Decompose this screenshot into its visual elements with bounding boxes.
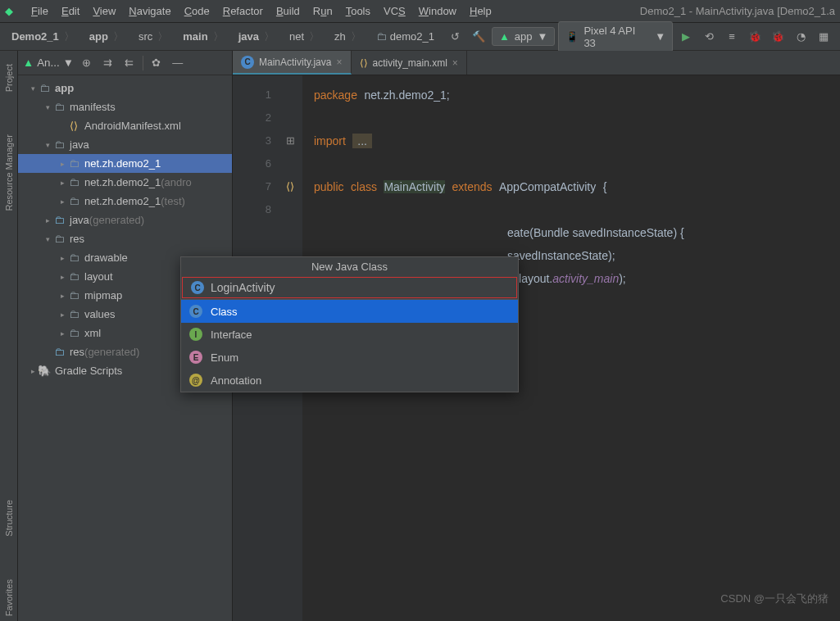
left-toolwindow-bar: Project Resource Manager Structure Favor… (0, 51, 18, 621)
apply-code-icon[interactable]: ≡ (722, 27, 742, 47)
tab-activity-main[interactable]: ⟨⟩ activity_main.xml × (352, 51, 467, 75)
watermark: CSDN @一只会飞的猪 (720, 592, 829, 606)
menu-bar: ◆ File Edit View Navigate Code Refactor … (0, 0, 840, 23)
menu-code[interactable]: Code (178, 5, 216, 17)
menu-refactor[interactable]: Refactor (216, 5, 270, 17)
breadcrumb[interactable]: main〉 (178, 28, 229, 46)
kind-option[interactable]: IInterface (181, 323, 518, 346)
breadcrumb[interactable]: app〉 (84, 28, 130, 46)
menu-tools[interactable]: Tools (339, 5, 377, 17)
apply-changes-icon[interactable]: ⟲ (699, 27, 719, 47)
debug-icon[interactable]: 🐞 (745, 27, 765, 47)
attach-debug-icon[interactable]: 🐞 (768, 27, 788, 47)
menu-help[interactable]: Help (463, 5, 498, 17)
menu-run[interactable]: Run (306, 5, 339, 17)
toolwindow-project[interactable]: Project (4, 59, 14, 97)
profiler-icon[interactable]: ◔ (791, 27, 810, 47)
menu-window[interactable]: Window (412, 5, 463, 17)
phone-icon: 📱 (565, 30, 579, 43)
sync-icon[interactable]: ↺ (446, 27, 465, 47)
android-icon: ▲ (499, 30, 510, 43)
android-icon: ▲ (23, 57, 34, 69)
menu-view[interactable]: View (86, 5, 122, 17)
tree-item[interactable]: ▾🗀java (18, 135, 232, 154)
run-config-selector[interactable]: ▲ app▼ (492, 27, 555, 46)
menu-edit[interactable]: Edit (55, 5, 86, 17)
tree-item[interactable]: ▸🗀net.zh.demo2_1 (test) (18, 192, 232, 211)
nav-toolbar: Demo2_1〉 app〉 src〉 main〉 java〉 net〉 zh〉 … (0, 23, 840, 51)
breadcrumb[interactable]: net〉 (284, 28, 326, 46)
collapse-all-icon[interactable]: ⇇ (121, 55, 138, 71)
close-icon[interactable]: × (452, 57, 458, 69)
tree-item[interactable]: ▸🗀net.zh.demo2_1 (andro (18, 173, 232, 192)
gutter-override-icon: ⟨⟩ (278, 175, 302, 198)
dialog-title: New Java Class (181, 257, 518, 276)
new-java-class-dialog: New Java Class C CClassIInterfaceEEnum@A… (180, 256, 519, 392)
tree-item[interactable]: ⟨⟩AndroidManifest.xml (18, 116, 232, 135)
menu-build[interactable]: Build (270, 5, 306, 17)
device-selector[interactable]: 📱 Pixel 4 API 33▼ (558, 21, 673, 52)
breadcrumb[interactable]: zh〉 (329, 28, 368, 46)
toolwindow-structure[interactable]: Structure (4, 495, 14, 542)
kind-option[interactable]: @Annotation (181, 369, 518, 392)
hammer-icon[interactable]: 🔨 (469, 27, 488, 47)
tree-item[interactable]: ▸🗀java (generated) (18, 211, 232, 229)
menu-file[interactable]: File (25, 5, 55, 17)
sidebar-toolbar: ▲ An...▼ ⊕ ⇉ ⇇ ✿ — (18, 51, 232, 75)
expand-all-icon[interactable]: ⇉ (100, 55, 116, 71)
tree-item[interactable]: ▸🗀net.zh.demo2_1 (18, 154, 232, 173)
settings-icon[interactable]: ✿ (148, 55, 165, 71)
class-name-input-row: C (182, 277, 517, 298)
close-icon[interactable]: × (336, 57, 342, 68)
project-view-selector[interactable]: ▲ An...▼ (23, 57, 74, 69)
window-title: Demo2_1 - MainActivity.java [Demo2_1.a (640, 5, 835, 17)
tree-item[interactable]: ▾🗀manifests (18, 97, 232, 116)
hide-icon[interactable]: — (170, 55, 186, 71)
toolwindow-favorites[interactable]: Favorites (4, 574, 14, 621)
xml-icon: ⟨⟩ (360, 57, 368, 69)
android-logo-icon: ◆ (5, 5, 18, 18)
class-icon: C (241, 56, 254, 69)
menu-vcs[interactable]: VCS (377, 5, 412, 17)
tab-mainactivity[interactable]: C MainActivity.java × (233, 51, 352, 75)
tree-item[interactable]: ▾🗀app (18, 79, 232, 97)
avd-icon[interactable]: ▦ (814, 27, 833, 47)
kind-option[interactable]: EEnum (181, 346, 518, 369)
toolwindow-resource-manager[interactable]: Resource Manager (4, 129, 14, 216)
run-icon[interactable]: ▶ (676, 27, 696, 47)
kind-option[interactable]: CClass (181, 300, 518, 323)
locate-icon[interactable]: ⊕ (79, 55, 95, 71)
breadcrumb[interactable]: java〉 (234, 28, 281, 46)
editor-tabs: C MainActivity.java × ⟨⟩ activity_main.x… (233, 51, 840, 75)
tree-item[interactable]: ▾🗀res (18, 229, 232, 248)
breadcrumb[interactable]: Demo2_1〉 (7, 28, 81, 46)
breadcrumb[interactable]: src〉 (134, 28, 175, 46)
menu-navigate[interactable]: Navigate (122, 5, 177, 17)
class-icon: C (191, 281, 204, 294)
kind-list: CClassIInterfaceEEnum@Annotation (181, 299, 518, 392)
breadcrumb[interactable]: 🗀demo2_1 (371, 29, 439, 44)
class-name-input[interactable] (211, 281, 508, 294)
